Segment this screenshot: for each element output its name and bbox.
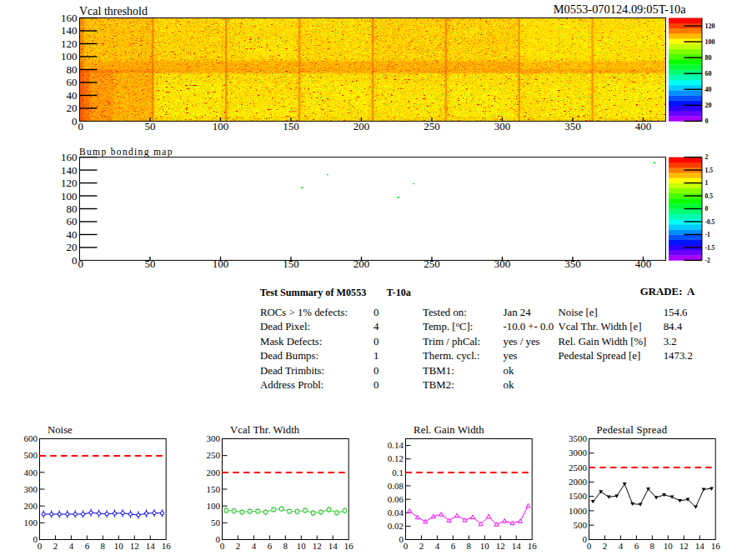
svg-text:12: 12: [679, 541, 689, 551]
svg-text:2: 2: [705, 153, 709, 161]
svg-text:0.5: 0.5: [705, 192, 714, 200]
svg-text:0: 0: [374, 379, 379, 391]
svg-text:0.12: 0.12: [388, 453, 404, 463]
svg-text:0: 0: [374, 365, 379, 377]
svg-text:200: 200: [353, 120, 370, 132]
svg-text:50: 50: [211, 518, 221, 528]
svg-text:0.06: 0.06: [388, 494, 404, 504]
svg-text:14: 14: [328, 541, 338, 551]
svg-text:14: 14: [512, 541, 522, 551]
svg-text:Dead Bumps:: Dead Bumps:: [260, 350, 318, 362]
svg-text:-1.5: -1.5: [705, 244, 715, 252]
svg-text:8: 8: [283, 541, 288, 551]
svg-text:2500: 2500: [569, 462, 588, 472]
svg-text:200: 200: [353, 258, 370, 270]
svg-text:120: 120: [61, 177, 78, 189]
svg-text:0.04: 0.04: [388, 508, 404, 518]
svg-text:1.5: 1.5: [705, 167, 714, 174]
svg-text:100: 100: [207, 501, 221, 511]
svg-text:16: 16: [162, 541, 172, 551]
svg-text:3.2: 3.2: [664, 336, 677, 348]
svg-text:ok: ok: [504, 365, 514, 377]
svg-text:0.02: 0.02: [388, 521, 404, 531]
svg-text:4: 4: [435, 541, 440, 551]
svg-text:20: 20: [705, 102, 712, 109]
svg-text:0: 0: [78, 120, 83, 132]
svg-text:4: 4: [619, 541, 624, 551]
svg-text:160: 160: [61, 12, 78, 24]
svg-text:8: 8: [650, 541, 655, 551]
svg-text:500: 500: [24, 450, 38, 460]
svg-text:-1: -1: [705, 231, 710, 238]
svg-text:400: 400: [24, 468, 38, 478]
svg-text:M0553-070124.09:05T-10a: M0553-070124.09:05T-10a: [554, 3, 687, 16]
svg-text:Vcal threshold: Vcal threshold: [79, 5, 148, 18]
svg-text:Dead Trimbits:: Dead Trimbits:: [260, 365, 324, 377]
svg-text:-0.5: -0.5: [705, 218, 715, 226]
svg-text:3000: 3000: [569, 448, 588, 458]
svg-text:Temp. [oC]:: Temp. [oC]:: [423, 320, 473, 332]
svg-text:Bump bonding map: Bump bonding map: [79, 147, 173, 158]
svg-text:50: 50: [144, 258, 155, 270]
svg-text:0: 0: [705, 118, 709, 125]
svg-text:Trim / phCal:: Trim / phCal:: [423, 336, 480, 348]
svg-text:TBM2:: TBM2:: [423, 379, 454, 391]
svg-text:150: 150: [283, 120, 299, 132]
svg-text:10: 10: [664, 541, 674, 551]
svg-text:250: 250: [424, 258, 440, 270]
svg-text:60: 60: [67, 76, 78, 88]
svg-text:0: 0: [374, 307, 379, 318]
svg-text:250: 250: [207, 450, 221, 460]
svg-text:ok: ok: [504, 379, 514, 391]
svg-text:0.1: 0.1: [392, 468, 404, 478]
svg-text:8: 8: [467, 541, 472, 551]
svg-text:120: 120: [705, 22, 715, 30]
svg-text:80: 80: [67, 63, 78, 76]
svg-text:60: 60: [705, 70, 712, 78]
svg-text:Rel. Gain Width: Rel. Gain Width: [414, 424, 484, 436]
svg-text:300: 300: [24, 484, 38, 494]
svg-text:0: 0: [404, 541, 409, 551]
svg-text:4: 4: [69, 541, 74, 551]
svg-text:154.6: 154.6: [664, 307, 688, 318]
svg-text:140: 140: [61, 164, 78, 177]
svg-text:0: 0: [374, 336, 379, 348]
svg-text:400: 400: [635, 258, 652, 270]
svg-text:Noise [e]: Noise [e]: [559, 307, 598, 318]
svg-text:20: 20: [67, 102, 78, 114]
svg-text:16: 16: [711, 541, 721, 551]
svg-text:350: 350: [564, 258, 581, 270]
svg-text:100: 100: [24, 518, 38, 528]
svg-text:120: 120: [61, 38, 78, 50]
svg-text:0: 0: [705, 205, 709, 212]
svg-text:80: 80: [705, 54, 712, 62]
svg-text:8: 8: [101, 541, 106, 551]
svg-text:Mask Defects:: Mask Defects:: [260, 336, 322, 348]
svg-text:40: 40: [67, 89, 78, 102]
svg-text:ROCs > 1% defects:: ROCs > 1% defects:: [260, 307, 348, 318]
svg-text:6: 6: [268, 541, 273, 551]
svg-text:0: 0: [78, 258, 83, 270]
svg-text:400: 400: [635, 120, 652, 132]
svg-text:0: 0: [72, 254, 78, 267]
svg-text:1: 1: [374, 350, 379, 362]
svg-text:0.14: 0.14: [388, 440, 404, 450]
svg-text:Rel. Gain Width [%]: Rel. Gain Width [%]: [559, 336, 647, 348]
svg-text:12: 12: [130, 541, 139, 551]
svg-text:2: 2: [53, 541, 58, 551]
svg-text:GRADE: A: GRADE: A: [640, 285, 695, 298]
svg-text:3500: 3500: [569, 433, 588, 443]
svg-text:Dead Pixel:: Dead Pixel:: [260, 321, 310, 332]
svg-text:4: 4: [252, 541, 257, 551]
svg-text:350: 350: [564, 120, 581, 132]
svg-text:60: 60: [67, 215, 78, 228]
svg-text:0: 0: [38, 541, 43, 551]
svg-text:10: 10: [297, 541, 307, 551]
svg-text:40: 40: [67, 228, 78, 241]
svg-text:yes: yes: [504, 350, 518, 362]
svg-text:6: 6: [85, 541, 90, 551]
svg-text:Jan 24: Jan 24: [504, 307, 532, 318]
svg-text:300: 300: [494, 120, 511, 132]
svg-text:0: 0: [587, 541, 592, 551]
svg-text:84.4: 84.4: [664, 321, 683, 332]
